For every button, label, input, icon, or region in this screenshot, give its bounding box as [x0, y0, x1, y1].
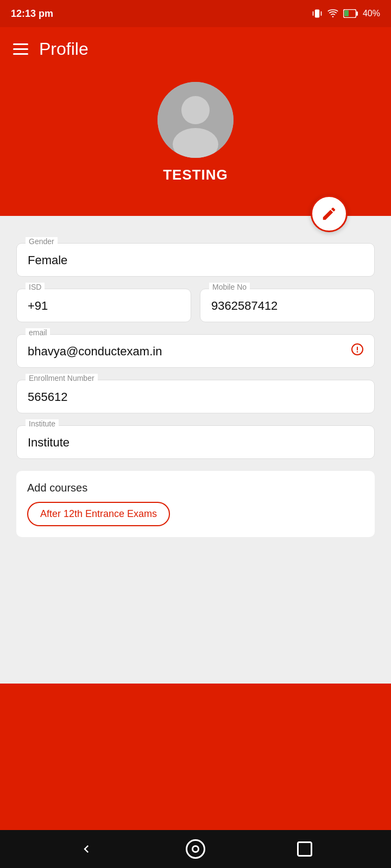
- email-field: email bhavya@conductexam.in: [16, 334, 375, 368]
- email-value: bhavya@conductexam.in: [28, 342, 162, 358]
- gender-label: Gender: [26, 237, 58, 246]
- mobile-field: Mobile No 9362587412: [200, 289, 375, 322]
- phone-row: ISD +91 Mobile No 9362587412: [16, 289, 375, 322]
- institute-value: Institute: [28, 433, 70, 449]
- add-courses-title: Add courses: [27, 482, 364, 494]
- status-time: 12:13 pm: [11, 8, 53, 20]
- isd-label: ISD: [26, 283, 45, 291]
- svg-rect-5: [344, 10, 349, 16]
- avatar: [157, 82, 234, 158]
- nav-back-button[interactable]: [79, 841, 94, 857]
- page-title: Profile: [39, 39, 89, 59]
- svg-rect-6: [356, 11, 358, 16]
- enrollment-value: 565612: [28, 388, 67, 404]
- svg-point-8: [181, 96, 210, 124]
- svg-rect-1: [313, 11, 314, 16]
- status-icons: 40%: [312, 8, 380, 19]
- bottom-decoration: [0, 684, 391, 830]
- enrollment-label: Enrollment Number: [26, 374, 98, 382]
- institute-label: Institute: [26, 419, 59, 428]
- wifi-icon: [327, 8, 339, 19]
- institute-field: Institute Institute: [16, 425, 375, 459]
- isd-field: ISD +91: [16, 289, 191, 322]
- avatar-icon: [157, 82, 234, 158]
- status-bar: 12:13 pm 40%: [0, 0, 391, 27]
- battery-percent: 40%: [363, 9, 380, 18]
- gender-value: Female: [28, 251, 67, 267]
- vibrate-icon: [312, 8, 323, 19]
- email-error-icon: [351, 343, 364, 359]
- pencil-icon: [321, 206, 337, 222]
- profile-section: TESTING: [0, 71, 391, 216]
- course-chip[interactable]: After 12th Entrance Exams: [27, 502, 170, 526]
- profile-name: TESTING: [163, 167, 228, 183]
- email-label: email: [26, 328, 50, 337]
- hamburger-menu[interactable]: [13, 43, 28, 55]
- enrollment-field: Enrollment Number 565612: [16, 380, 375, 413]
- svg-rect-0: [315, 10, 319, 18]
- app-header: Profile: [0, 27, 391, 71]
- form-section: Gender Female ISD +91 Mobile No 93625874…: [0, 216, 391, 684]
- svg-point-12: [357, 351, 358, 352]
- mobile-label: Mobile No: [209, 283, 250, 291]
- svg-rect-2: [321, 11, 322, 16]
- navigation-bar: [0, 830, 391, 868]
- nav-recents-button[interactable]: [297, 841, 312, 857]
- edit-profile-button[interactable]: [311, 195, 348, 232]
- battery-icon: [343, 9, 358, 18]
- nav-home-button[interactable]: [186, 839, 205, 859]
- svg-point-3: [332, 16, 334, 18]
- isd-value: +91: [28, 297, 48, 312]
- add-courses-section: Add courses After 12th Entrance Exams: [16, 471, 375, 537]
- gender-field: Gender Female: [16, 243, 375, 277]
- mobile-value: 9362587412: [211, 297, 278, 312]
